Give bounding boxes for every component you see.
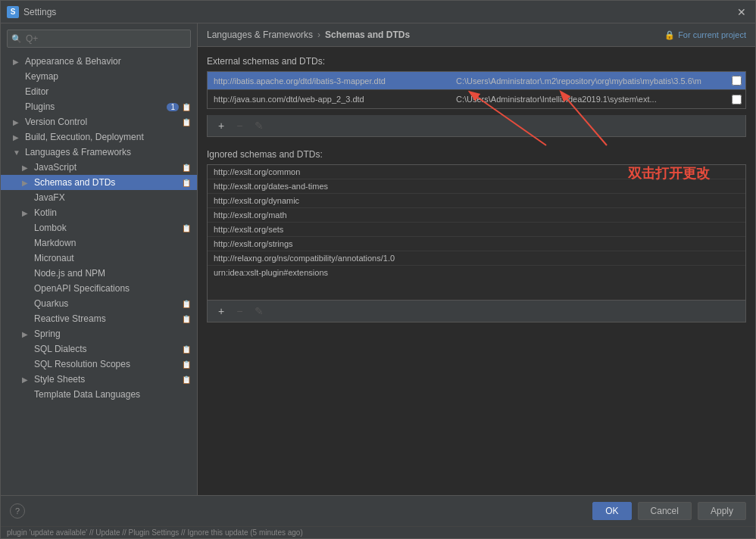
expand-icon: ▶	[13, 118, 23, 126]
sidebar-item-label: Reactive Streams	[34, 313, 179, 324]
row-checkbox[interactable]	[732, 76, 742, 86]
sidebar-item-languages[interactable]: ▼ Languages & Frameworks	[1, 145, 197, 160]
expand-icon: ▶	[22, 375, 33, 384]
sidebar-item-label: Quarkus	[34, 298, 179, 309]
breadcrumb-languages: Languages & Frameworks	[207, 30, 313, 40]
app-icon: S	[7, 6, 19, 18]
table-cell-uri: http://java.sun.com/dtd/web-app_2_3.dtd	[208, 92, 450, 106]
sidebar-item-kotlin[interactable]: ▶ Kotlin	[1, 205, 197, 220]
row-checkbox[interactable]	[732, 95, 742, 104]
list-item[interactable]: http://exslt.org/strings	[208, 237, 745, 251]
sidebar-item-label: Version Control	[25, 117, 179, 127]
sidebar-item-label: Appearance & Behavior	[25, 56, 191, 67]
add-external-button[interactable]: +	[214, 118, 229, 133]
sidebar-item-markdown[interactable]: Markdown	[1, 235, 197, 251]
sidebar-item-keymap[interactable]: Keymap	[1, 69, 197, 84]
copy-icon: 📋	[182, 315, 191, 323]
title-bar: S Settings ✕	[1, 1, 755, 23]
sidebar-item-micronaut[interactable]: Micronaut	[1, 251, 197, 266]
sidebar-item-openapi[interactable]: OpenAPI Specifications	[1, 281, 197, 296]
list-item[interactable]: urn:idea:xslt-plugin#extensions	[208, 266, 745, 279]
table-cell-checkbox[interactable]	[727, 92, 745, 107]
edit-external-button[interactable]: ✎	[250, 118, 268, 133]
sidebar-item-label: Micronaut	[34, 253, 191, 263]
cancel-button[interactable]: Cancel	[638, 502, 692, 520]
table-row[interactable]: http://java.sun.com/dtd/web-app_2_3.dtd …	[208, 90, 745, 108]
project-link-icon: 🔒	[664, 30, 675, 40]
sidebar-item-label: Markdown	[34, 238, 191, 248]
sidebar-item-sql-resolution[interactable]: SQL Resolution Scopes 📋	[1, 357, 197, 372]
sidebar-item-version-control[interactable]: ▶ Version Control 📋	[1, 114, 197, 129]
sidebar-item-label: SQL Resolution Scopes	[34, 359, 179, 369]
sidebar-item-reactive[interactable]: Reactive Streams 📋	[1, 311, 197, 326]
sidebar-item-schemas-dtds[interactable]: ▶ Schemas and DTDs 📋	[1, 175, 197, 190]
copy-icon: 📋	[182, 118, 191, 126]
list-item[interactable]: http://exslt.org/math	[208, 208, 745, 223]
breadcrumb-separator: ›	[317, 30, 320, 40]
sidebar-item-lombok[interactable]: Lombok 📋	[1, 220, 197, 235]
list-item[interactable]: http://exslt.org/dynamic	[208, 194, 745, 208]
copy-icon: 📋	[182, 103, 191, 111]
sidebar-item-label: Lombok	[34, 223, 179, 233]
list-item[interactable]: http://exslt.org/dates-and-times	[208, 179, 745, 194]
table-row[interactable]: http://ibatis.apache.org/dtd/ibatis-3-ma…	[208, 72, 745, 90]
sidebar-item-label: Kotlin	[34, 207, 191, 218]
project-link-text: For current project	[678, 30, 746, 39]
ok-button[interactable]: OK	[592, 502, 631, 520]
panel-header: Languages & Frameworks › Schemas and DTD…	[198, 23, 755, 47]
sidebar-item-label: Template Data Languages	[34, 389, 191, 400]
sidebar-item-quarkus[interactable]: Quarkus 📋	[1, 296, 197, 311]
plugin-badge: 1	[167, 103, 179, 111]
remove-ignored-button[interactable]: −	[232, 304, 247, 319]
breadcrumb-current: Schemas and DTDs	[325, 30, 410, 40]
panel-body: External schemas and DTDs: http://ibatis…	[198, 47, 755, 495]
copy-icon: 📋	[182, 179, 191, 187]
close-button[interactable]: ✕	[734, 5, 749, 20]
sidebar-item-label: Languages & Frameworks	[25, 147, 191, 157]
expand-icon: ▶	[22, 164, 33, 172]
main-content: 🔍 ▶ Appearance & Behavior Keymap Editor	[1, 23, 755, 495]
sidebar-item-editor[interactable]: Editor	[1, 84, 197, 99]
sidebar-item-template[interactable]: Template Data Languages	[1, 387, 197, 402]
sidebar-item-nodejs[interactable]: Node.js and NPM	[1, 266, 197, 281]
sidebar-item-label: Keymap	[25, 71, 191, 82]
list-item[interactable]: http://exslt.org/common	[208, 165, 745, 179]
external-table: http://ibatis.apache.org/dtd/ibatis-3-ma…	[207, 71, 746, 109]
list-item[interactable]: http://relaxng.org/ns/compatibility/anno…	[208, 251, 745, 266]
edit-ignored-button[interactable]: ✎	[250, 304, 268, 319]
sidebar-item-style-sheets[interactable]: ▶ Style Sheets 📋	[1, 372, 197, 387]
sidebar-item-label: SQL Dialects	[34, 344, 179, 354]
window-title: Settings	[23, 7, 734, 17]
sidebar-item-javascript[interactable]: ▶ JavaScript 📋	[1, 160, 197, 175]
search-input[interactable]	[7, 30, 191, 48]
sidebar-item-build[interactable]: ▶ Build, Execution, Deployment	[1, 129, 197, 145]
sidebar-item-label: Build, Execution, Deployment	[25, 132, 191, 142]
expand-icon: ▶	[13, 58, 23, 66]
expand-icon: ▶	[22, 209, 33, 217]
project-link[interactable]: 🔒 For current project	[664, 30, 746, 40]
sidebar: 🔍 ▶ Appearance & Behavior Keymap Editor	[1, 23, 198, 495]
sidebar-item-label: JavaScript	[34, 162, 179, 173]
ignored-list: http://exslt.org/common http://exslt.org…	[207, 164, 746, 301]
ignored-toolbar: + − ✎	[207, 301, 746, 322]
apply-button[interactable]: Apply	[698, 502, 746, 520]
copy-icon: 📋	[182, 224, 191, 232]
sidebar-item-appearance[interactable]: ▶ Appearance & Behavior	[1, 54, 197, 69]
remove-external-button[interactable]: −	[232, 118, 247, 133]
sidebar-item-javafx[interactable]: JavaFX	[1, 190, 197, 205]
copy-icon: 📋	[182, 360, 191, 369]
expand-icon: ▶	[13, 133, 23, 142]
list-item[interactable]: http://exslt.org/sets	[208, 223, 745, 237]
bottom-bar: ? OK Cancel Apply	[1, 495, 755, 526]
external-toolbar: + − ✎	[207, 115, 746, 137]
sidebar-item-plugins[interactable]: Plugins 1 📋	[1, 99, 197, 114]
sidebar-item-spring[interactable]: ▶ Spring	[1, 326, 197, 341]
table-cell-checkbox[interactable]	[727, 73, 745, 88]
right-panel: Languages & Frameworks › Schemas and DTD…	[198, 23, 755, 495]
help-button[interactable]: ?	[10, 503, 25, 519]
copy-icon: 📋	[182, 164, 191, 172]
table-cell-uri: http://ibatis.apache.org/dtd/ibatis-3-ma…	[208, 74, 450, 88]
expand-icon: ▶	[22, 330, 33, 338]
add-ignored-button[interactable]: +	[214, 304, 229, 319]
sidebar-item-sql-dialects[interactable]: SQL Dialects 📋	[1, 341, 197, 357]
